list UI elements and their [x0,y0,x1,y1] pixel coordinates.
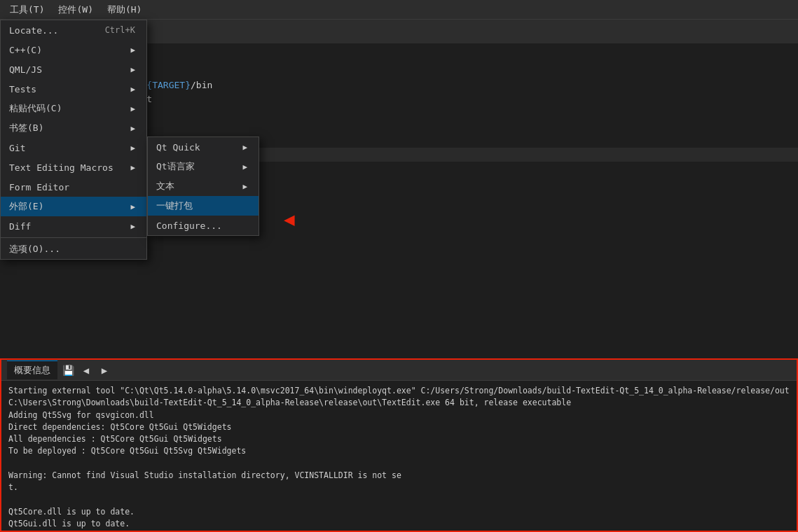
output-line-2: C:\Users\Strong\Downloads\build-TextEdit… [8,397,790,409]
menu-bar: 工具(T) 控件(W) 帮助(H) [0,0,798,20]
menu-diff[interactable]: Diff ▶ [1,216,146,236]
menu-macros[interactable]: Text Editing Macros ▶ [1,158,146,177]
menu-qmljs-arrow: ▶ [130,65,135,74]
menu-tools[interactable]: 工具(T) [3,1,51,19]
submenu-configure[interactable]: Configure... [148,216,259,235]
menu-tests-label: Tests [9,84,36,94]
menu-separator [1,237,146,238]
menu-paste-arrow: ▶ [130,104,135,113]
output-line-4: Direct dependencies: Qt5Core Qt5Gui Qt5W… [8,421,790,433]
menu-options-label: 选项(O)... [9,243,60,255]
submenu-qtquick-arrow: ▶ [242,143,247,152]
menu-diff-label: Diff [9,221,31,232]
output-line-1: Starting external tool "C:\Qt\Qt5.14.0-a… [8,385,790,397]
menu-paste-label: 粘贴代码(C) [9,102,62,115]
panel-save-icon[interactable]: 💾 [60,363,76,378]
submenu-qtquick[interactable]: Qt Quick ▶ [148,137,259,157]
menu-external-arrow: ▶ [130,202,135,211]
menu-bookmark-label: 书签(B) [9,122,43,134]
output-line-7 [8,458,790,470]
output-line-9: t. [8,482,790,493]
menu-locate[interactable]: Locate... Ctrl+K [1,20,146,40]
menu-git-arrow: ▶ [130,144,135,153]
output-line-12: Qt5Gui.dll is up to date. [8,518,790,530]
output-line-11: Qt5Core.dll is up to date. [8,506,790,518]
output-line-3: Adding Qt5Svg for qsvgicon.dll [8,410,790,421]
submenu-qtquick-label: Qt Quick [156,142,200,153]
submenu-text[interactable]: 文本 ▶ [148,176,259,196]
menu-locate-label: Locate... [9,25,58,36]
menu-help[interactable]: 帮助(H) [100,1,149,19]
submenu-qtlinguist-label: Qt语言家 [156,160,195,173]
menu-locate-shortcut: Ctrl+K [105,25,135,35]
submenu-configure-label: Configure... [156,220,222,231]
menu-cpp-arrow: ▶ [130,46,135,55]
menu-tests-arrow: ▶ [130,85,135,94]
submenu-onepack-label: 一键打包 [156,200,193,212]
bottom-panel: 概要信息 💾 ◀ ▶ Starting external tool "C:\Qt… [0,358,798,532]
submenu-text-arrow: ▶ [242,182,247,191]
menu-cpp[interactable]: C++(C) ▶ [1,40,146,59]
panel-next-icon[interactable]: ▶ [97,363,112,378]
submenu-text-label: 文本 [156,180,174,192]
menu-git-label: Git [9,143,25,153]
menu-paste[interactable]: 粘贴代码(C) ▶ [1,99,146,118]
menu-macros-label: Text Editing Macros [9,162,113,173]
external-submenu: Qt Quick ▶ Qt语言家 ▶ 文本 ▶ 一键打包 Configure..… [147,136,259,236]
menu-widget[interactable]: 控件(W) [51,1,99,19]
tools-dropdown: Locate... Ctrl+K C++(C) ▶ QML/JS ▶ Tests… [0,20,147,260]
menu-options[interactable]: 选项(O)... [1,239,146,259]
menu-git[interactable]: Git ▶ [1,138,146,158]
output-line-5: All dependencies : Qt5Core Qt5Gui Qt5Wid… [8,433,790,445]
menu-qmljs[interactable]: QML/JS ▶ [1,59,146,79]
panel-tab-bar: 概要信息 💾 ◀ ▶ [1,360,797,381]
output-line-10 [8,493,790,505]
menu-bookmark[interactable]: 书签(B) ▶ [1,118,146,138]
menu-formeditor-label: Form Editor [9,182,69,192]
red-arrow-onepack: ◀ [284,209,295,230]
menu-external-label: 外部(E) [9,200,43,213]
panel-tab-summary[interactable]: 概要信息 [7,360,57,379]
panel-content: Starting external tool "C:\Qt\Qt5.14.0-a… [1,381,797,531]
submenu-onepack[interactable]: 一键打包 [148,196,259,216]
panel-prev-icon[interactable]: ◀ [78,363,94,378]
menu-macros-arrow: ▶ [130,163,135,172]
output-line-13: Qt5Svg.dll is up to date. [8,530,790,531]
submenu-qtlinguist[interactable]: Qt语言家 ▶ [148,157,259,176]
menu-external[interactable]: 外部(E) ▶ [1,197,146,216]
menu-bookmark-arrow: ▶ [130,124,135,133]
menu-qmljs-label: QML/JS [9,64,42,75]
submenu-qtlinguist-arrow: ▶ [242,162,247,172]
menu-formeditor[interactable]: Form Editor [1,177,146,197]
menu-tests[interactable]: Tests ▶ [1,79,146,99]
output-line-8: Warning: Cannot find Visual Studio insta… [8,470,790,482]
menu-cpp-label: C++(C) [9,45,42,55]
menu-diff-arrow: ▶ [130,222,135,231]
output-line-6: To be deployed : Qt5Core Qt5Gui Qt5Svg Q… [8,445,790,457]
